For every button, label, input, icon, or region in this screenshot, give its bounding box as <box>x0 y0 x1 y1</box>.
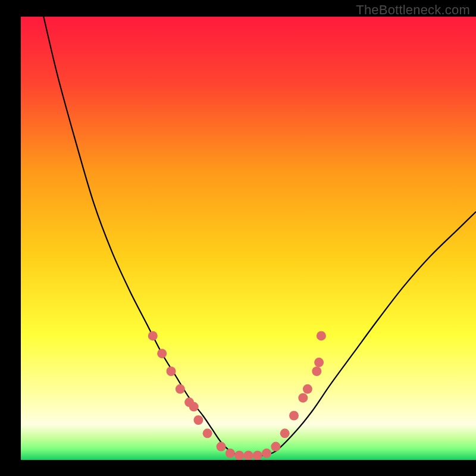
highlight-point <box>312 367 321 376</box>
highlight-point <box>217 442 226 452</box>
chart-frame: TheBottleneck.com <box>0 0 476 476</box>
highlight-point <box>314 358 324 367</box>
highlight-point <box>167 367 176 376</box>
highlight-point <box>317 331 326 340</box>
highlight-point <box>234 451 244 461</box>
highlight-point <box>303 384 312 394</box>
highlight-point <box>271 442 280 452</box>
highlight-point <box>189 402 199 412</box>
chart-svg <box>21 17 476 460</box>
highlight-point <box>203 428 212 438</box>
highlight-point <box>298 393 308 403</box>
highlight-point <box>157 349 167 358</box>
highlight-point <box>148 331 158 340</box>
gradient-background <box>21 17 476 460</box>
plot-area <box>21 17 476 460</box>
highlight-point <box>289 411 299 421</box>
highlight-point <box>193 415 203 425</box>
watermark-text: TheBottleneck.com <box>356 2 470 18</box>
highlight-point <box>226 449 235 458</box>
highlight-point <box>280 428 290 438</box>
highlight-point <box>176 384 185 394</box>
highlight-point <box>244 451 253 461</box>
highlight-point <box>262 449 271 458</box>
highlight-point <box>253 451 262 461</box>
